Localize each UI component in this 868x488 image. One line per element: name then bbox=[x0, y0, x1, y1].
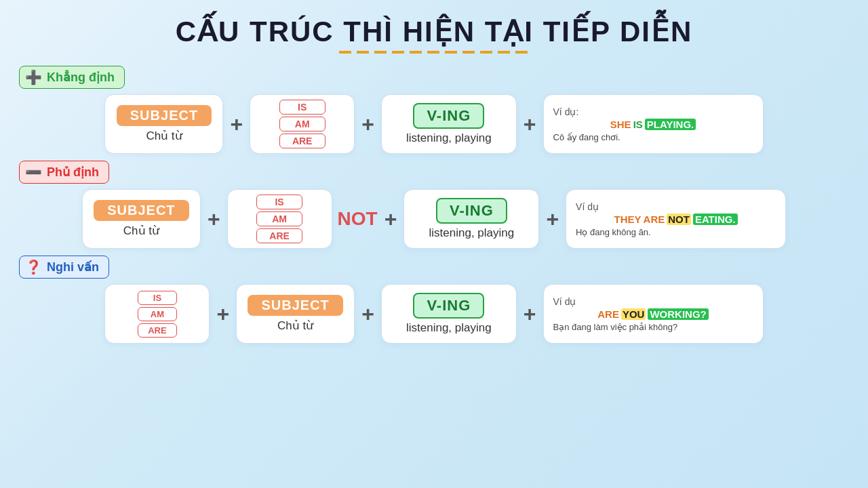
ex-aff-she: SHE bbox=[610, 119, 631, 130]
plus-3-aff: + bbox=[524, 112, 536, 137]
plus-1-neg: + bbox=[208, 207, 220, 232]
negative-label: Phủ định bbox=[47, 165, 99, 180]
subject-pill-q: SUBJECT bbox=[248, 295, 342, 316]
subject-sub-q: Chủ từ bbox=[277, 319, 313, 333]
ving-sub-q: listening, playing bbox=[406, 321, 492, 335]
ex-q-you: YOU bbox=[621, 308, 646, 320]
example-card-aff: Ví dụ: SHE IS PLAYING. Cô ấy đang chơi. bbox=[543, 94, 764, 154]
negative-icon: ➖ bbox=[25, 164, 42, 180]
negative-formula: SUBJECT Chủ từ + IS AM ARE NOT + V-ING l… bbox=[0, 189, 868, 249]
section-label-affirmative: ➕ Khẳng định bbox=[19, 66, 125, 89]
example-translation-neg: Họ đang không ăn. bbox=[576, 227, 651, 237]
plus-3-q: + bbox=[524, 302, 536, 327]
question-subject-card: SUBJECT Chủ từ bbox=[236, 284, 355, 344]
be-am-aff: AM bbox=[279, 117, 326, 131]
ex-neg-are: ARE bbox=[644, 214, 665, 225]
ex-aff-is: IS bbox=[633, 119, 643, 130]
section-label-negative: ➖ Phủ định bbox=[19, 161, 109, 184]
example-card-q: Ví dụ ARE YOU WORKING? Bạn đang làm việc… bbox=[543, 284, 764, 344]
example-translation-aff: Cô ấy đang chơi. bbox=[553, 132, 620, 142]
ex-neg-not: NOT bbox=[667, 214, 691, 225]
ex-q-working: WORKING? bbox=[648, 308, 708, 320]
ving-sub-neg: listening, playing bbox=[429, 226, 515, 240]
affirmative-label: Khẳng định bbox=[47, 70, 115, 85]
negative-subject-card: SUBJECT Chủ từ bbox=[82, 189, 201, 249]
plus-1-q: + bbox=[216, 302, 229, 327]
ving-pill-aff: V-ING bbox=[413, 103, 484, 129]
be-verbs-card-q: IS AM ARE bbox=[104, 284, 210, 344]
example-card-neg: Ví dụ THEY ARE NOT EATING. Họ đang không… bbox=[566, 189, 786, 249]
example-sentence-neg: THEY ARE NOT EATING. bbox=[614, 214, 738, 225]
be-am-q: AM bbox=[138, 307, 177, 321]
be-verbs-card-aff: IS AM ARE bbox=[250, 94, 355, 154]
be-is-neg: IS bbox=[256, 195, 302, 209]
ex-aff-playing: PLAYING. bbox=[645, 119, 696, 130]
section-affirmative: ➕ Khẳng định SUBJECT Chủ từ + IS AM ARE … bbox=[0, 66, 868, 154]
subject-sub-neg: Chủ từ bbox=[123, 224, 159, 238]
example-translation-q: Bạn đang làm việc phải không? bbox=[553, 322, 678, 332]
ving-sub-aff: listening, playing bbox=[406, 131, 492, 145]
be-are-aff: ARE bbox=[279, 134, 326, 148]
ex-q-are: ARE bbox=[597, 308, 619, 320]
example-title-q: Ví dụ bbox=[553, 296, 576, 307]
question-icon: ❓ bbox=[25, 259, 42, 275]
ving-card-q: V-ING listening, playing bbox=[381, 284, 517, 344]
ving-card-neg: V-ING listening, playing bbox=[403, 189, 539, 249]
subject-pill-aff: SUBJECT bbox=[117, 105, 212, 126]
be-verbs-card-neg: IS AM ARE bbox=[227, 189, 332, 249]
plus-2-aff: + bbox=[361, 112, 374, 137]
affirmative-formula: SUBJECT Chủ từ + IS AM ARE + V-ING liste… bbox=[0, 94, 868, 154]
example-sentence-aff: SHE IS PLAYING. bbox=[610, 119, 696, 130]
not-text: NOT bbox=[338, 208, 378, 230]
ex-neg-they: THEY bbox=[614, 214, 642, 225]
be-is-q: IS bbox=[138, 291, 177, 305]
example-title-aff: Ví dụ: bbox=[553, 106, 579, 117]
be-am-neg: AM bbox=[256, 211, 302, 226]
page-title: CẤU TRÚC THÌ HIỆN TẠI TIẾP DIỄN bbox=[0, 0, 868, 51]
ving-pill-neg: V-ING bbox=[436, 198, 507, 224]
ex-neg-eating: EATING. bbox=[693, 214, 738, 225]
be-is-aff: IS bbox=[279, 100, 326, 115]
be-not-group: IS AM ARE NOT bbox=[227, 189, 378, 249]
affirmative-subject-card: SUBJECT Chủ từ bbox=[104, 94, 223, 154]
question-formula: IS AM ARE + SUBJECT Chủ từ + V-ING liste… bbox=[0, 284, 868, 344]
plus-2-q: + bbox=[361, 302, 374, 327]
example-sentence-q: ARE YOU WORKING? bbox=[597, 308, 709, 320]
plus-2-neg: + bbox=[384, 207, 397, 232]
ving-pill-q: V-ING bbox=[413, 293, 484, 319]
section-label-question: ❓ Nghi vấn bbox=[19, 256, 109, 279]
be-are-neg: ARE bbox=[256, 228, 302, 243]
affirmative-icon: ➕ bbox=[25, 69, 42, 85]
question-label: Nghi vấn bbox=[47, 260, 99, 274]
plus-1-aff: + bbox=[230, 112, 243, 137]
be-are-q: ARE bbox=[138, 323, 177, 338]
example-title-neg: Ví dụ bbox=[576, 201, 599, 212]
subject-pill-neg: SUBJECT bbox=[94, 200, 189, 221]
plus-3-neg: + bbox=[546, 207, 559, 232]
section-question: ❓ Nghi vấn IS AM ARE + SUBJECT Chủ từ + … bbox=[0, 256, 868, 344]
subject-sub-aff: Chủ từ bbox=[146, 129, 182, 143]
section-negative: ➖ Phủ định SUBJECT Chủ từ + IS AM ARE NO… bbox=[0, 161, 868, 249]
title-underline bbox=[339, 51, 529, 54]
ving-card-aff: V-ING listening, playing bbox=[381, 94, 517, 154]
